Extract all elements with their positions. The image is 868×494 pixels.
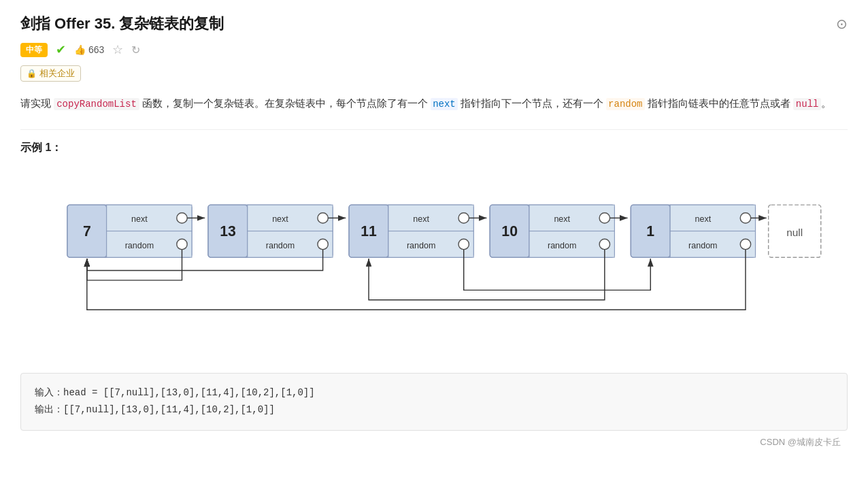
code-line-1: 输入：head = [[7,null],[13,0],[11,4],[10,2]… [35,384,833,401]
company-tag[interactable]: 🔒 相关企业 [20,65,81,82]
code-block: 输入：head = [[7,null],[13,0],[11,4],[10,2]… [20,373,848,430]
svg-text:random: random [548,241,576,250]
svg-text:next: next [554,214,570,224]
title-row: 剑指 Offer 35. 复杂链表的复制 ⊙ [20,14,848,34]
svg-text:10: 10 [501,224,518,240]
svg-point-28 [458,239,469,249]
company-label: 相关企业 [39,67,75,80]
input-label: 输入： [35,387,63,398]
svg-text:null: null [786,227,803,239]
svg-text:next: next [695,214,711,224]
kw-next: next [431,98,458,110]
svg-text:random: random [266,241,295,250]
star-button[interactable]: ☆ [112,42,123,57]
svg-text:next: next [272,214,288,224]
example-label: 示例 1： [20,141,848,155]
svg-point-16 [318,213,328,223]
difficulty-badge: 中等 [20,43,48,57]
output-value: [[7,null],[13,0],[11,4],[10,2],[1,0]] [63,404,275,415]
thumb-icon: 👍 [74,44,86,55]
code-line-2: 输出：[[7,null],[13,0],[11,4],[10,2],[1,0]] [35,401,833,418]
svg-text:next: next [413,214,429,224]
svg-point-10 [177,239,187,249]
refresh-button[interactable]: ↻ [131,44,140,56]
input-value: head = [[7,null],[13,0],[11,4],[10,2],[1… [63,387,315,398]
code-copyRandomList: copyRandomList [54,98,139,110]
like-button[interactable]: 👍 663 [74,44,104,55]
svg-text:next: next [131,214,148,224]
svg-text:1: 1 [646,224,654,240]
more-icon[interactable]: ⊙ [836,16,848,32]
divider [20,129,848,130]
svg-point-46 [740,239,750,249]
svg-text:7: 7 [83,224,91,240]
like-count: 663 [88,44,104,55]
svg-point-37 [599,239,610,249]
svg-text:random: random [407,241,435,250]
svg-text:random: random [125,241,154,250]
solved-icon: ✔ [56,42,66,57]
kw-random: random [606,98,644,110]
meta-row: 中等 ✔ 👍 663 ☆ ↻ [20,42,848,57]
svg-point-25 [458,213,469,223]
output-label: 输出： [35,404,63,415]
svg-text:random: random [688,241,717,250]
svg-point-19 [318,239,328,249]
lock-icon: 🔒 [27,69,37,78]
page-title: 剑指 Offer 35. 复杂链表的复制 [20,14,224,34]
svg-text:13: 13 [220,224,236,240]
problem-description: 请实现 copyRandomList 函数，复制一个复杂链表。在复杂链表中，每个… [20,94,848,113]
diagram-container: 7 next random 13 next random 11 next [20,169,848,366]
svg-point-43 [740,213,750,223]
svg-point-34 [599,213,610,223]
code-null: null [793,98,822,110]
footer-credit: CSDN @城南皮卡丘 [20,436,848,448]
svg-text:11: 11 [361,224,377,240]
svg-point-7 [177,213,187,223]
linked-list-diagram: 7 next random 13 next random 11 next [48,182,834,339]
